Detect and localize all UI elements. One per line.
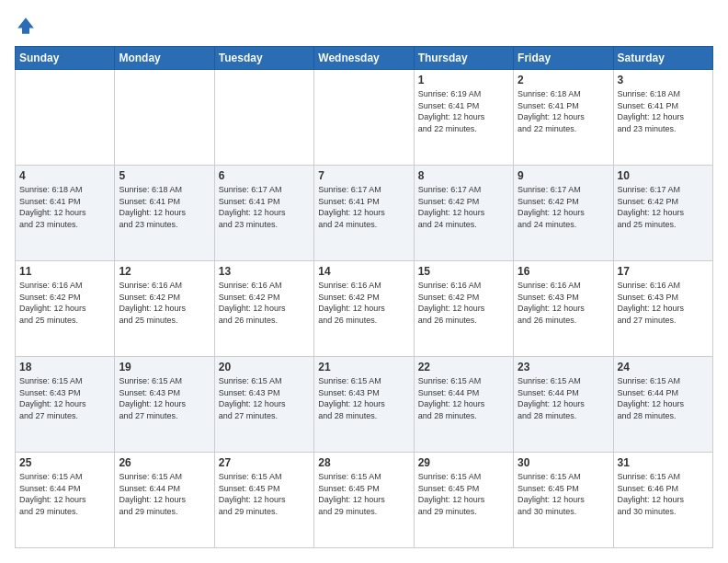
day-info: Sunrise: 6:18 AM Sunset: 6:41 PM Dayligh… <box>518 88 609 134</box>
day-number: 1 <box>418 74 509 86</box>
day-cell <box>314 70 414 166</box>
day-number: 28 <box>318 456 409 469</box>
day-cell: 23Sunrise: 6:15 AM Sunset: 6:44 PM Dayli… <box>514 357 613 453</box>
day-cell: 3Sunrise: 6:18 AM Sunset: 6:41 PM Daylig… <box>613 70 712 166</box>
day-number: 18 <box>19 361 110 373</box>
calendar-header: SundayMondayTuesdayWednesdayThursdayFrid… <box>16 47 713 70</box>
week-row-4: 18Sunrise: 6:15 AM Sunset: 6:43 PM Dayli… <box>16 357 713 453</box>
day-cell: 21Sunrise: 6:15 AM Sunset: 6:43 PM Dayli… <box>314 357 414 453</box>
day-cell: 27Sunrise: 6:15 AM Sunset: 6:45 PM Dayli… <box>214 453 313 548</box>
day-cell: 8Sunrise: 6:17 AM Sunset: 6:42 PM Daylig… <box>414 166 513 261</box>
day-info: Sunrise: 6:15 AM Sunset: 6:45 PM Dayligh… <box>318 471 409 517</box>
day-cell <box>214 70 313 166</box>
day-cell: 6Sunrise: 6:17 AM Sunset: 6:41 PM Daylig… <box>214 166 313 261</box>
day-number: 25 <box>19 456 110 469</box>
day-number: 23 <box>518 361 609 373</box>
day-number: 17 <box>618 265 709 278</box>
day-info: Sunrise: 6:15 AM Sunset: 6:44 PM Dayligh… <box>418 375 509 421</box>
page: SundayMondayTuesdayWednesdayThursdayFrid… <box>0 0 728 563</box>
day-header-sunday: Sunday <box>16 47 115 70</box>
day-cell <box>16 70 115 166</box>
day-info: Sunrise: 6:18 AM Sunset: 6:41 PM Dayligh… <box>119 184 210 230</box>
day-cell: 7Sunrise: 6:17 AM Sunset: 6:41 PM Daylig… <box>314 166 414 261</box>
day-number: 11 <box>19 265 110 278</box>
day-number: 14 <box>318 265 409 278</box>
day-info: Sunrise: 6:17 AM Sunset: 6:42 PM Dayligh… <box>418 184 509 230</box>
week-row-5: 25Sunrise: 6:15 AM Sunset: 6:44 PM Dayli… <box>16 453 713 548</box>
day-info: Sunrise: 6:15 AM Sunset: 6:44 PM Dayligh… <box>518 375 609 421</box>
day-info: Sunrise: 6:15 AM Sunset: 6:45 PM Dayligh… <box>219 471 310 517</box>
day-number: 3 <box>618 74 709 86</box>
day-info: Sunrise: 6:17 AM Sunset: 6:41 PM Dayligh… <box>219 184 310 230</box>
day-info: Sunrise: 6:15 AM Sunset: 6:43 PM Dayligh… <box>318 375 409 421</box>
day-cell <box>115 70 214 166</box>
day-cell: 22Sunrise: 6:15 AM Sunset: 6:44 PM Dayli… <box>414 357 513 453</box>
day-info: Sunrise: 6:16 AM Sunset: 6:42 PM Dayligh… <box>318 280 409 326</box>
day-info: Sunrise: 6:16 AM Sunset: 6:42 PM Dayligh… <box>119 280 210 326</box>
day-info: Sunrise: 6:15 AM Sunset: 6:43 PM Dayligh… <box>119 375 210 421</box>
day-cell: 19Sunrise: 6:15 AM Sunset: 6:43 PM Dayli… <box>115 357 214 453</box>
day-number: 21 <box>318 361 409 373</box>
day-cell: 18Sunrise: 6:15 AM Sunset: 6:43 PM Dayli… <box>16 357 115 453</box>
day-info: Sunrise: 6:15 AM Sunset: 6:45 PM Dayligh… <box>418 471 509 517</box>
day-info: Sunrise: 6:19 AM Sunset: 6:41 PM Dayligh… <box>418 88 509 134</box>
day-cell: 13Sunrise: 6:16 AM Sunset: 6:42 PM Dayli… <box>214 261 313 357</box>
day-number: 9 <box>518 169 609 182</box>
day-number: 31 <box>618 456 709 469</box>
day-info: Sunrise: 6:17 AM Sunset: 6:42 PM Dayligh… <box>618 184 709 230</box>
day-cell: 2Sunrise: 6:18 AM Sunset: 6:41 PM Daylig… <box>514 70 613 166</box>
day-info: Sunrise: 6:15 AM Sunset: 6:44 PM Dayligh… <box>618 375 709 421</box>
day-header-tuesday: Tuesday <box>214 47 313 70</box>
day-cell: 11Sunrise: 6:16 AM Sunset: 6:42 PM Dayli… <box>16 261 115 357</box>
day-number: 6 <box>219 169 310 182</box>
day-info: Sunrise: 6:16 AM Sunset: 6:42 PM Dayligh… <box>219 280 310 326</box>
day-info: Sunrise: 6:16 AM Sunset: 6:42 PM Dayligh… <box>19 280 110 326</box>
day-cell: 25Sunrise: 6:15 AM Sunset: 6:44 PM Dayli… <box>16 453 115 548</box>
day-header-thursday: Thursday <box>414 47 513 70</box>
day-header-saturday: Saturday <box>613 47 712 70</box>
day-number: 2 <box>518 74 609 86</box>
day-number: 26 <box>119 456 210 469</box>
day-number: 16 <box>518 265 609 278</box>
day-cell: 1Sunrise: 6:19 AM Sunset: 6:41 PM Daylig… <box>414 70 513 166</box>
day-cell: 28Sunrise: 6:15 AM Sunset: 6:45 PM Dayli… <box>314 453 414 548</box>
day-cell: 16Sunrise: 6:16 AM Sunset: 6:43 PM Dayli… <box>514 261 613 357</box>
day-info: Sunrise: 6:15 AM Sunset: 6:43 PM Dayligh… <box>219 375 310 421</box>
day-cell: 12Sunrise: 6:16 AM Sunset: 6:42 PM Dayli… <box>115 261 214 357</box>
day-cell: 5Sunrise: 6:18 AM Sunset: 6:41 PM Daylig… <box>115 166 214 261</box>
week-row-3: 11Sunrise: 6:16 AM Sunset: 6:42 PM Dayli… <box>16 261 713 357</box>
day-cell: 31Sunrise: 6:15 AM Sunset: 6:46 PM Dayli… <box>613 453 712 548</box>
day-info: Sunrise: 6:15 AM Sunset: 6:44 PM Dayligh… <box>119 471 210 517</box>
day-cell: 20Sunrise: 6:15 AM Sunset: 6:43 PM Dayli… <box>214 357 313 453</box>
day-cell: 29Sunrise: 6:15 AM Sunset: 6:45 PM Dayli… <box>414 453 513 548</box>
day-number: 12 <box>119 265 210 278</box>
day-number: 13 <box>219 265 310 278</box>
day-number: 29 <box>418 456 509 469</box>
day-number: 7 <box>318 169 409 182</box>
calendar-table: SundayMondayTuesdayWednesdayThursdayFrid… <box>15 46 713 548</box>
svg-marker-0 <box>17 17 34 34</box>
logo-icon <box>15 15 37 37</box>
day-number: 5 <box>119 169 210 182</box>
day-number: 30 <box>518 456 609 469</box>
day-cell: 9Sunrise: 6:17 AM Sunset: 6:42 PM Daylig… <box>514 166 613 261</box>
day-cell: 14Sunrise: 6:16 AM Sunset: 6:42 PM Dayli… <box>314 261 414 357</box>
day-info: Sunrise: 6:15 AM Sunset: 6:43 PM Dayligh… <box>19 375 110 421</box>
week-row-1: 1Sunrise: 6:19 AM Sunset: 6:41 PM Daylig… <box>16 70 713 166</box>
day-info: Sunrise: 6:16 AM Sunset: 6:43 PM Dayligh… <box>518 280 609 326</box>
day-number: 8 <box>418 169 509 182</box>
day-info: Sunrise: 6:15 AM Sunset: 6:44 PM Dayligh… <box>19 471 110 517</box>
logo <box>15 15 40 37</box>
day-cell: 4Sunrise: 6:18 AM Sunset: 6:41 PM Daylig… <box>16 166 115 261</box>
day-cell: 30Sunrise: 6:15 AM Sunset: 6:45 PM Dayli… <box>514 453 613 548</box>
day-cell: 15Sunrise: 6:16 AM Sunset: 6:42 PM Dayli… <box>414 261 513 357</box>
day-info: Sunrise: 6:17 AM Sunset: 6:41 PM Dayligh… <box>318 184 409 230</box>
day-cell: 24Sunrise: 6:15 AM Sunset: 6:44 PM Dayli… <box>613 357 712 453</box>
day-info: Sunrise: 6:16 AM Sunset: 6:43 PM Dayligh… <box>618 280 709 326</box>
header-row: SundayMondayTuesdayWednesdayThursdayFrid… <box>16 47 713 70</box>
day-number: 22 <box>418 361 509 373</box>
day-header-wednesday: Wednesday <box>314 47 414 70</box>
day-info: Sunrise: 6:15 AM Sunset: 6:45 PM Dayligh… <box>518 471 609 517</box>
day-header-monday: Monday <box>115 47 214 70</box>
day-info: Sunrise: 6:15 AM Sunset: 6:46 PM Dayligh… <box>618 471 709 517</box>
